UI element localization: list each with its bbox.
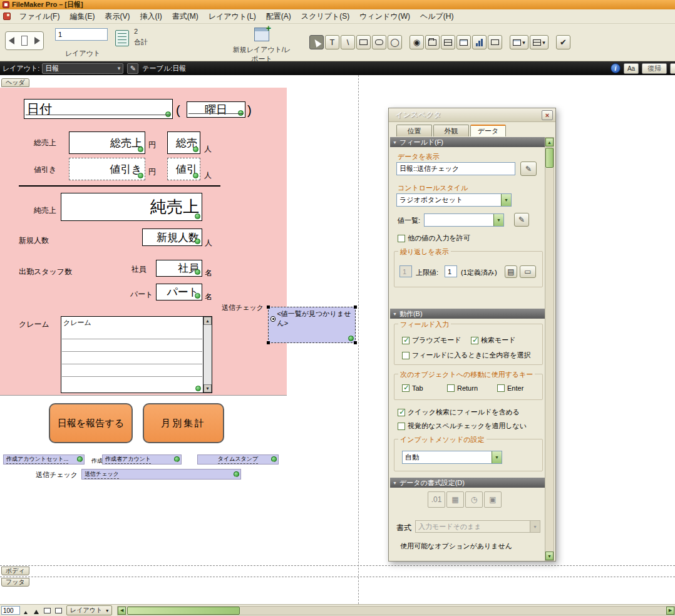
edit-field-button[interactable]: ✎ (520, 162, 537, 176)
menu-insert[interactable]: 挿入(I) (135, 9, 167, 24)
date-format-button[interactable]: ▦ (446, 491, 464, 508)
scroll-down-icon[interactable]: ▼ (204, 384, 212, 393)
line-tool[interactable]: \ (341, 35, 355, 49)
scroll-left-button[interactable]: ◀ (118, 607, 126, 615)
menu-layout[interactable]: レイアウト(L) (204, 9, 261, 24)
parttime-field[interactable]: パート (156, 284, 202, 300)
allow-other-checkbox[interactable]: 他の値の入力を許可 (398, 234, 470, 243)
menu-arrange[interactable]: 配置(A) (261, 9, 296, 24)
chart-tool[interactable] (472, 35, 487, 49)
combo-arrow-icon[interactable] (501, 194, 511, 206)
selection-handle[interactable] (267, 341, 270, 344)
header-part-tab[interactable]: ヘッダ (1, 78, 29, 87)
formatting-bar-button[interactable]: Aa (624, 63, 639, 74)
claim-field[interactable]: クレーム ▲ ▼ (61, 316, 212, 393)
menu-scripts[interactable]: スクリプト(S) (296, 9, 354, 24)
tab-key-checkbox[interactable]: Tab (402, 384, 423, 392)
portal-tool[interactable] (441, 35, 455, 49)
web-viewer-tool[interactable] (488, 35, 502, 49)
net-field[interactable]: 純売上 (61, 193, 202, 221)
menu-window[interactable]: ウィンドウ(W) (354, 9, 415, 24)
account-field[interactable]: 作成アカウントセット... (3, 454, 85, 465)
menu-edit[interactable]: 編集(E) (64, 9, 100, 24)
selection-tool[interactable] (309, 35, 324, 49)
scroll-up-icon[interactable]: ▲ (204, 317, 212, 325)
book-pages-icon[interactable] (21, 36, 28, 46)
gross-field[interactable]: 総売上 (69, 131, 145, 154)
inspector-close-button[interactable]: × (542, 110, 553, 120)
display-data-input[interactable]: 日報::送信チェック (396, 162, 515, 175)
discount-count-field[interactable]: 値引 (167, 158, 200, 180)
selection-handle[interactable] (267, 305, 270, 309)
insert-field-button[interactable] (510, 35, 528, 49)
scroll-down-button[interactable]: ▼ (545, 552, 554, 560)
edit-value-list-button[interactable]: ✎ (514, 213, 529, 227)
partial-button[interactable] (670, 63, 675, 74)
format-select[interactable]: 入力モードそのまま (415, 520, 540, 533)
tab-data[interactable]: データ (470, 125, 506, 136)
combo-arrow-icon[interactable] (493, 214, 503, 226)
selection-handle[interactable] (354, 305, 357, 309)
tab-appearance[interactable]: 外観 (433, 125, 469, 136)
date-field[interactable]: 日付 (24, 99, 173, 119)
tab-control-tool[interactable] (425, 35, 440, 49)
value-list-select[interactable] (424, 213, 504, 227)
number-format-button[interactable]: .01 (428, 491, 445, 508)
body-part-line[interactable] (0, 565, 675, 566)
claim-scrollbar[interactable]: ▲ ▼ (203, 317, 212, 393)
scrollbar-thumb[interactable] (127, 607, 240, 615)
inspector-panel[interactable]: インスペクタ × 位置 外観 データ フィールド(F) データを表示 日報::送… (388, 108, 556, 562)
mode-select[interactable]: レイアウト (66, 605, 112, 615)
employee-field[interactable]: 社員 (156, 260, 202, 277)
oval-tool[interactable]: ◯ (388, 35, 402, 49)
layout-canvas[interactable]: ヘッダ 日付 ( 曜日 ) 総売上 総売上 円 総売 人 値引き 値引き (0, 75, 675, 604)
selection-handle[interactable] (354, 341, 357, 344)
edit-layout-button[interactable]: ✎ (127, 63, 138, 74)
browse-mode-checkbox[interactable]: ブラウズモード (402, 336, 461, 345)
zoom-in-button[interactable] (31, 606, 41, 615)
time-format-button[interactable]: ◷ (465, 491, 483, 508)
field-tool[interactable] (456, 35, 471, 49)
data-format-section-header[interactable]: データの書式設定(D) (390, 478, 545, 488)
new-layout-report-button[interactable]: 新規レイアウト/レポート (230, 28, 293, 60)
tab-position[interactable]: 位置 (396, 125, 432, 136)
behavior-section-header[interactable]: 動作(B) (390, 309, 545, 319)
weekday-field[interactable]: 曜日 (187, 101, 245, 118)
button-tool[interactable]: ◉ (410, 35, 424, 49)
new-field[interactable]: 新規人数 (142, 228, 202, 246)
body-part-tab[interactable]: ボディ (1, 567, 29, 575)
footer-part-line[interactable] (0, 577, 675, 577)
creator-field[interactable]: 作成者アカウント (102, 454, 182, 465)
horizontal-scrollbar[interactable]: ◀ ▶ (117, 606, 675, 615)
repetition-max-input[interactable]: 1 (445, 265, 457, 277)
scroll-right-button[interactable]: ▶ (666, 607, 674, 615)
menu-view[interactable]: 表示(V) (100, 9, 135, 24)
repetition-options-button[interactable]: ▭ (520, 265, 536, 278)
repetition-list-button[interactable]: ▤ (505, 265, 517, 278)
gross-count-field[interactable]: 総売 (167, 131, 200, 154)
document-icon[interactable] (3, 13, 11, 20)
next-layout-icon[interactable] (34, 37, 40, 44)
menu-help[interactable]: ヘルプ(H) (415, 9, 459, 24)
layout-select[interactable]: 日報 (42, 63, 123, 74)
monthly-total-button[interactable]: 月別集計 (143, 403, 224, 443)
hide-toolbar-button[interactable] (41, 606, 53, 615)
field-section-header[interactable]: フィールド(F) (390, 137, 545, 147)
info-button[interactable]: i (611, 63, 621, 73)
report-daily-button[interactable]: 日報を報告する (49, 403, 133, 443)
format-painter-button[interactable]: ✔ (556, 35, 570, 49)
spell-check-checkbox[interactable]: 視覚的なスペルチェックを適用しない (398, 421, 527, 431)
find-mode-checkbox[interactable]: 検索モード (471, 336, 516, 345)
select-all-checkbox[interactable]: フィールドに入るときに全内容を選択 (402, 351, 531, 360)
input-method-select[interactable]: 自動 (402, 451, 502, 464)
repetition-start-input[interactable]: 1 (399, 265, 412, 277)
inspector-title-bar[interactable]: インスペクタ (389, 108, 555, 122)
quick-find-checkbox[interactable]: クイック検索にフィールドを含める (398, 408, 520, 417)
zoom-input[interactable] (1, 606, 20, 615)
rectangle-tool[interactable] (356, 35, 371, 49)
previous-layout-icon[interactable] (9, 37, 14, 44)
return-key-checkbox[interactable]: Return (447, 384, 478, 392)
scroll-up-button[interactable]: ▲ (545, 138, 554, 146)
preview-button[interactable] (53, 606, 64, 615)
combo-arrow-icon[interactable] (492, 451, 502, 463)
